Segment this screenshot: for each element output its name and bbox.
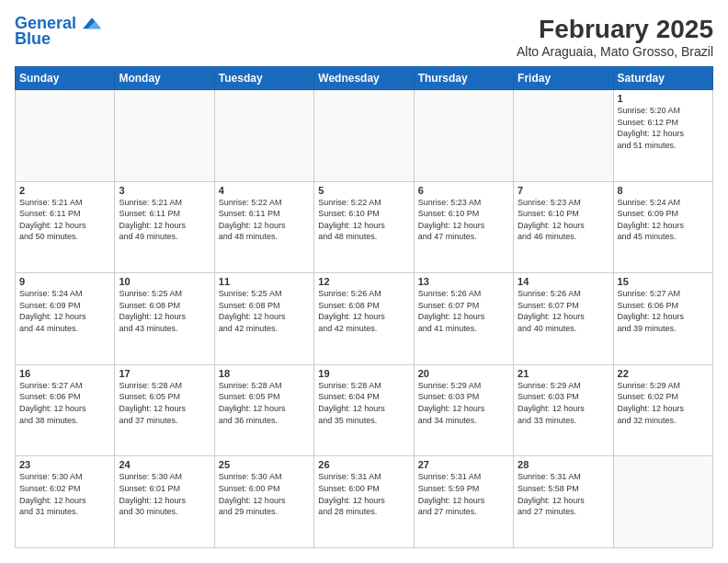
- cell-3-4: 20Sunrise: 5:29 AMSunset: 6:03 PMDayligh…: [414, 364, 513, 456]
- day-info: Sunrise: 5:21 AMSunset: 6:11 PMDaylight:…: [19, 197, 110, 243]
- header-wednesday: Wednesday: [314, 67, 414, 90]
- cell-2-6: 15Sunrise: 5:27 AMSunset: 6:06 PMDayligh…: [613, 273, 712, 365]
- day-info: Sunrise: 5:22 AMSunset: 6:10 PMDaylight:…: [318, 197, 409, 243]
- week-row-4: 23Sunrise: 5:30 AMSunset: 6:02 PMDayligh…: [16, 456, 713, 548]
- calendar-table: Sunday Monday Tuesday Wednesday Thursday…: [15, 66, 713, 548]
- day-number: 9: [19, 276, 110, 287]
- header-saturday: Saturday: [613, 67, 712, 90]
- day-number: 7: [518, 185, 609, 196]
- day-number: 2: [19, 185, 110, 196]
- day-info: Sunrise: 5:28 AMSunset: 6:04 PMDaylight:…: [318, 380, 409, 426]
- cell-2-4: 13Sunrise: 5:26 AMSunset: 6:07 PMDayligh…: [414, 273, 513, 365]
- day-info: Sunrise: 5:21 AMSunset: 6:11 PMDaylight:…: [119, 197, 210, 243]
- day-info: Sunrise: 5:29 AMSunset: 6:03 PMDaylight:…: [418, 380, 509, 426]
- week-row-0: 1Sunrise: 5:20 AMSunset: 6:12 PMDaylight…: [16, 90, 713, 182]
- day-info: Sunrise: 5:22 AMSunset: 6:11 PMDaylight:…: [219, 197, 310, 243]
- cell-1-5: 7Sunrise: 5:23 AMSunset: 6:10 PMDaylight…: [514, 181, 613, 273]
- day-number: 14: [518, 276, 609, 287]
- day-info: Sunrise: 5:24 AMSunset: 6:09 PMDaylight:…: [618, 197, 709, 243]
- day-number: 8: [618, 185, 709, 196]
- page: General Blue February 2025 Alto Araguaia…: [0, 0, 728, 563]
- title-block: February 2025 Alto Araguaia, Mato Grosso…: [517, 15, 713, 59]
- day-number: 18: [219, 368, 310, 379]
- cell-3-6: 22Sunrise: 5:29 AMSunset: 6:02 PMDayligh…: [613, 364, 712, 456]
- header: General Blue February 2025 Alto Araguaia…: [15, 15, 713, 59]
- week-row-3: 16Sunrise: 5:27 AMSunset: 6:06 PMDayligh…: [16, 364, 713, 456]
- day-info: Sunrise: 5:26 AMSunset: 6:07 PMDaylight:…: [518, 288, 609, 334]
- calendar-subtitle: Alto Araguaia, Mato Grosso, Brazil: [517, 44, 713, 59]
- cell-3-1: 17Sunrise: 5:28 AMSunset: 6:05 PMDayligh…: [115, 364, 214, 456]
- day-info: Sunrise: 5:29 AMSunset: 6:02 PMDaylight:…: [618, 380, 709, 426]
- cell-3-0: 16Sunrise: 5:27 AMSunset: 6:06 PMDayligh…: [16, 364, 115, 456]
- header-friday: Friday: [514, 67, 613, 90]
- day-number: 23: [19, 459, 110, 470]
- cell-0-6: 1Sunrise: 5:20 AMSunset: 6:12 PMDaylight…: [613, 90, 712, 182]
- cell-1-6: 8Sunrise: 5:24 AMSunset: 6:09 PMDaylight…: [613, 181, 712, 273]
- day-number: 26: [318, 459, 409, 470]
- cell-4-1: 24Sunrise: 5:30 AMSunset: 6:01 PMDayligh…: [115, 456, 214, 548]
- day-number: 16: [19, 368, 110, 379]
- calendar-header-row: Sunday Monday Tuesday Wednesday Thursday…: [16, 67, 713, 90]
- day-info: Sunrise: 5:31 AMSunset: 5:58 PMDaylight:…: [518, 471, 609, 517]
- day-info: Sunrise: 5:23 AMSunset: 6:10 PMDaylight:…: [418, 197, 509, 243]
- day-info: Sunrise: 5:24 AMSunset: 6:09 PMDaylight:…: [19, 288, 110, 334]
- day-info: Sunrise: 5:26 AMSunset: 6:07 PMDaylight:…: [418, 288, 509, 334]
- day-info: Sunrise: 5:27 AMSunset: 6:06 PMDaylight:…: [19, 380, 110, 426]
- day-number: 22: [618, 368, 709, 379]
- day-info: Sunrise: 5:30 AMSunset: 6:00 PMDaylight:…: [219, 471, 310, 517]
- day-info: Sunrise: 5:28 AMSunset: 6:05 PMDaylight:…: [119, 380, 210, 426]
- week-row-2: 9Sunrise: 5:24 AMSunset: 6:09 PMDaylight…: [16, 273, 713, 365]
- day-number: 11: [219, 276, 310, 287]
- day-number: 27: [418, 459, 509, 470]
- cell-4-5: 28Sunrise: 5:31 AMSunset: 5:58 PMDayligh…: [514, 456, 613, 548]
- cell-2-5: 14Sunrise: 5:26 AMSunset: 6:07 PMDayligh…: [514, 273, 613, 365]
- day-number: 13: [418, 276, 509, 287]
- day-info: Sunrise: 5:20 AMSunset: 6:12 PMDaylight:…: [618, 105, 709, 151]
- header-sunday: Sunday: [16, 67, 115, 90]
- header-tuesday: Tuesday: [214, 67, 313, 90]
- day-number: 19: [318, 368, 409, 379]
- cell-0-4: [414, 90, 513, 182]
- day-info: Sunrise: 5:27 AMSunset: 6:06 PMDaylight:…: [618, 288, 709, 334]
- cell-0-5: [514, 90, 613, 182]
- cell-4-4: 27Sunrise: 5:31 AMSunset: 5:59 PMDayligh…: [414, 456, 513, 548]
- day-number: 4: [219, 185, 310, 196]
- day-number: 24: [119, 459, 210, 470]
- cell-0-3: [314, 90, 414, 182]
- calendar-title: February 2025: [517, 15, 713, 44]
- cell-1-2: 4Sunrise: 5:22 AMSunset: 6:11 PMDaylight…: [214, 181, 313, 273]
- calendar-body: 1Sunrise: 5:20 AMSunset: 6:12 PMDaylight…: [16, 90, 713, 548]
- day-number: 28: [518, 459, 609, 470]
- cell-1-4: 6Sunrise: 5:23 AMSunset: 6:10 PMDaylight…: [414, 181, 513, 273]
- cell-0-0: [16, 90, 115, 182]
- day-number: 25: [219, 459, 310, 470]
- cell-2-2: 11Sunrise: 5:25 AMSunset: 6:08 PMDayligh…: [214, 273, 313, 365]
- day-number: 5: [318, 185, 409, 196]
- day-number: 17: [119, 368, 210, 379]
- day-number: 10: [119, 276, 210, 287]
- day-number: 12: [318, 276, 409, 287]
- day-info: Sunrise: 5:26 AMSunset: 6:08 PMDaylight:…: [318, 288, 409, 334]
- cell-1-1: 3Sunrise: 5:21 AMSunset: 6:11 PMDaylight…: [115, 181, 214, 273]
- cell-1-0: 2Sunrise: 5:21 AMSunset: 6:11 PMDaylight…: [16, 181, 115, 273]
- cell-2-1: 10Sunrise: 5:25 AMSunset: 6:08 PMDayligh…: [115, 273, 214, 365]
- cell-0-2: [214, 90, 313, 182]
- logo-icon: [83, 15, 101, 33]
- day-number: 21: [518, 368, 609, 379]
- cell-3-3: 19Sunrise: 5:28 AMSunset: 6:04 PMDayligh…: [314, 364, 414, 456]
- cell-2-3: 12Sunrise: 5:26 AMSunset: 6:08 PMDayligh…: [314, 273, 414, 365]
- day-number: 15: [618, 276, 709, 287]
- day-info: Sunrise: 5:25 AMSunset: 6:08 PMDaylight:…: [219, 288, 310, 334]
- day-info: Sunrise: 5:30 AMSunset: 6:02 PMDaylight:…: [19, 471, 110, 517]
- week-row-1: 2Sunrise: 5:21 AMSunset: 6:11 PMDaylight…: [16, 181, 713, 273]
- cell-2-0: 9Sunrise: 5:24 AMSunset: 6:09 PMDaylight…: [16, 273, 115, 365]
- cell-4-0: 23Sunrise: 5:30 AMSunset: 6:02 PMDayligh…: [16, 456, 115, 548]
- day-info: Sunrise: 5:30 AMSunset: 6:01 PMDaylight:…: [119, 471, 210, 517]
- day-number: 3: [119, 185, 210, 196]
- header-monday: Monday: [115, 67, 214, 90]
- day-info: Sunrise: 5:31 AMSunset: 6:00 PMDaylight:…: [318, 471, 409, 517]
- cell-1-3: 5Sunrise: 5:22 AMSunset: 6:10 PMDaylight…: [314, 181, 414, 273]
- header-thursday: Thursday: [414, 67, 513, 90]
- cell-4-3: 26Sunrise: 5:31 AMSunset: 6:00 PMDayligh…: [314, 456, 414, 548]
- cell-3-5: 21Sunrise: 5:29 AMSunset: 6:03 PMDayligh…: [514, 364, 613, 456]
